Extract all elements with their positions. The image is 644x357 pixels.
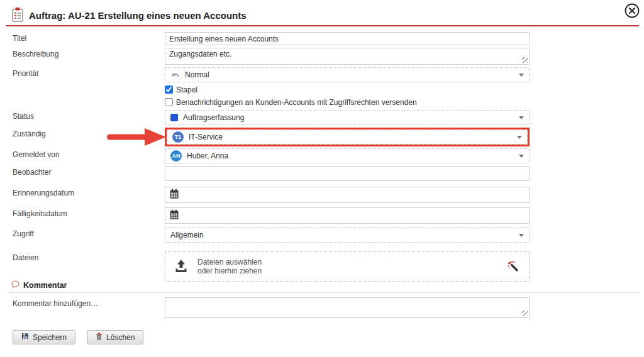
speech-bubble-icon [11, 280, 19, 290]
dateien-label: Dateien [13, 251, 165, 282]
titel-label: Titel [13, 32, 165, 45]
zugriff-value: Allgemein [170, 231, 204, 239]
gemeldet-von-select[interactable]: AH Huber, Anna [165, 148, 530, 163]
comment-divider [9, 292, 639, 293]
prioritaet-value: Normal [185, 70, 209, 79]
status-select[interactable]: Auftragserfassung [165, 110, 530, 125]
page-title: Auftrag: AU-21 Erstellung eines neuen Ac… [29, 10, 247, 21]
auftrag-form: Titel Beschreibung Zugangsdaten etc. Pri… [13, 32, 530, 282]
beschreibung-label: Beschreibung [13, 48, 165, 65]
status-value: Auftragserfassung [183, 113, 244, 122]
zugriff-select[interactable]: Allgemein [165, 228, 530, 243]
gemeldet-von-value: Huber, Anna [187, 151, 228, 160]
annotation-highlight-frame: T1 IT-Service [165, 128, 530, 146]
dialog-header: Auftrag: AU-21 Erstellung eines neuen Ac… [0, 0, 644, 26]
erinnerungsdatum-input[interactable] [165, 187, 530, 203]
header-divider [6, 25, 639, 26]
zustaendig-label: Zuständig [13, 128, 165, 146]
benachrichtigungen-checkbox-label: Benachrichtigungen an Kunden-Accounts mi… [176, 98, 417, 107]
comment-section: Kommentar Kommentar hinzufügen… [0, 280, 644, 318]
trash-icon [96, 332, 103, 342]
file-dropzone[interactable]: Dateien auswählen oder hierhin ziehen [165, 251, 530, 282]
delete-button[interactable]: Löschen [87, 330, 143, 344]
clipboard-icon [11, 7, 24, 25]
chevron-down-icon [517, 136, 522, 139]
titel-input[interactable] [165, 32, 530, 45]
beobachter-input[interactable] [165, 166, 530, 181]
upload-icon [174, 258, 189, 275]
faelligkeitsdatum-label: Fälligkeitsdatum [13, 207, 165, 224]
chevron-down-icon [519, 74, 524, 77]
zustaendig-select[interactable]: T1 IT-Service [167, 129, 528, 145]
floppy-disk-icon [21, 332, 29, 342]
gemeldet-von-avatar: AH [170, 150, 182, 162]
zustaendig-value: IT-Service [189, 133, 223, 141]
priority-gauge-icon [170, 70, 180, 79]
erinnerungsdatum-label: Erinnerungsdatum [13, 187, 165, 203]
upload-hint: Dateien auswählen oder hierhin ziehen [197, 258, 262, 275]
prioritaet-label: Priorität [13, 67, 165, 82]
comment-textarea[interactable] [165, 297, 530, 318]
comment-add-label: Kommentar hinzufügen… [13, 297, 165, 318]
close-icon[interactable] [623, 2, 641, 19]
beschreibung-textarea[interactable]: Zugangsdaten etc. [165, 48, 530, 65]
save-button-label: Speichern [33, 333, 67, 342]
calendar-icon [169, 209, 179, 222]
status-color-icon [170, 114, 178, 121]
chevron-down-icon [519, 234, 524, 237]
save-button[interactable]: Speichern [13, 330, 75, 344]
zugriff-label: Zugriff [13, 228, 165, 243]
chevron-down-icon [519, 116, 524, 119]
gemeldet-von-label: Gemeldet von [13, 148, 165, 163]
faelligkeitsdatum-input[interactable] [165, 207, 530, 224]
beobachter-label: Beobachter [13, 166, 165, 181]
auftrag-dialog: Auftrag: AU-21 Erstellung eines neuen Ac… [0, 0, 644, 357]
delete-button-label: Löschen [106, 333, 135, 342]
magic-wand-icon[interactable] [506, 260, 519, 274]
stapel-checkbox-label: Stapel [176, 85, 197, 94]
comment-section-title: Kommentar [23, 281, 67, 290]
benachrichtigungen-checkbox[interactable] [165, 98, 173, 106]
chevron-down-icon [519, 155, 524, 158]
action-bar: Speichern Löschen [13, 330, 143, 344]
prioritaet-select[interactable]: Normal [165, 67, 530, 82]
calendar-icon [169, 189, 179, 201]
stapel-checkbox[interactable] [165, 85, 173, 94]
status-label: Status [13, 110, 165, 125]
zustaendig-avatar: T1 [172, 131, 184, 143]
